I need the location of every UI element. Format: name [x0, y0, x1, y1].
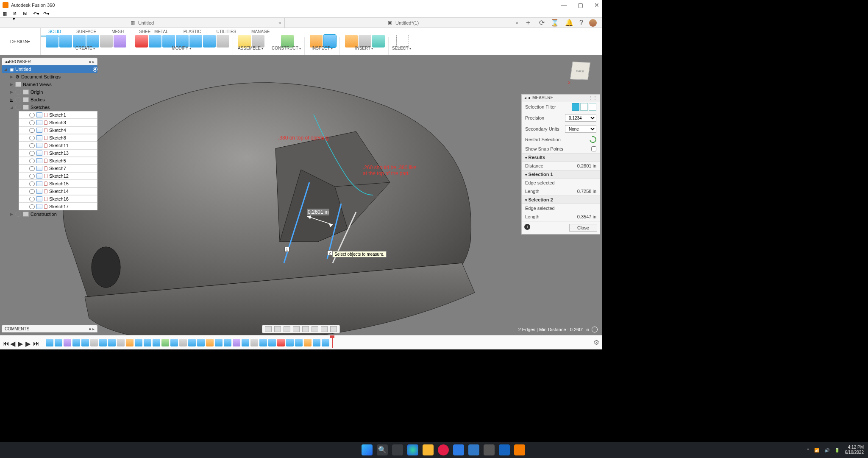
filter-body-button[interactable] — [580, 103, 588, 111]
edge-icon[interactable] — [407, 444, 418, 455]
browser-sketch-item[interactable]: Sketch3 — [19, 119, 97, 126]
task-view-button[interactable] — [392, 444, 403, 455]
create-menu[interactable]: CREATE — [75, 46, 95, 50]
combine-button[interactable] — [203, 35, 216, 47]
show-snap-points-checkbox[interactable] — [591, 146, 596, 151]
window-minimize-button[interactable]: — — [561, 2, 567, 8]
visibility-icon[interactable] — [29, 113, 35, 117]
browser-sketch-item[interactable]: Sketch15 — [19, 180, 97, 187]
redo-icon[interactable]: ↷▾ — [43, 11, 49, 17]
timeline-feature[interactable] — [286, 339, 294, 346]
visibility-icon[interactable] — [15, 97, 21, 102]
timeline-marker[interactable] — [332, 337, 333, 348]
workspace-switcher[interactable]: DESIGN — [0, 28, 41, 55]
create-sketch-button[interactable] — [46, 35, 58, 47]
visibility-icon[interactable] — [29, 182, 35, 186]
browser-collapse-icon[interactable]: ◂◂ — [5, 59, 9, 64]
start-button[interactable] — [362, 444, 373, 455]
timeline-feature[interactable] — [90, 339, 98, 346]
look-at-icon[interactable] — [274, 326, 281, 332]
window-close-button[interactable]: ✕ — [594, 2, 599, 8]
visibility-icon[interactable] — [29, 204, 35, 209]
new-tab-button[interactable]: ＋ — [522, 18, 534, 28]
status-orbit-icon[interactable] — [592, 327, 598, 332]
timeline-feature[interactable] — [135, 339, 142, 346]
timeline-play-button[interactable]: ▶ — [18, 340, 24, 346]
browser-sketch-item[interactable]: Sketch11 — [19, 142, 97, 149]
sweep-button[interactable] — [100, 35, 113, 47]
view-cube-face[interactable]: BACK — [570, 61, 590, 80]
visibility-icon[interactable] — [29, 159, 35, 163]
panel-grip-icon[interactable]: ⋮⋮ — [589, 95, 597, 100]
timeline-feature[interactable] — [215, 339, 223, 346]
visibility-icon[interactable] — [29, 197, 35, 201]
browser-settings-icon[interactable]: ● ▸ — [89, 59, 95, 64]
grid-settings-icon[interactable] — [321, 326, 328, 332]
timeline-feature[interactable] — [117, 339, 125, 346]
browser-sketch-item[interactable]: Sketch13 — [19, 149, 97, 157]
assemble-menu[interactable]: ASSEMBLE — [238, 46, 263, 50]
document-tab-1[interactable]: ▥ Untitled × — [0, 18, 285, 28]
timeline-feature[interactable] — [322, 339, 329, 346]
precision-select[interactable]: 0.1234 — [565, 114, 596, 122]
browser-document-settings[interactable]: ▶⚙Document Settings — [2, 73, 97, 81]
browser-bodies[interactable]: ▶Bodies — [2, 96, 97, 103]
search-button[interactable]: 🔍 — [377, 444, 388, 455]
timeline-feature[interactable] — [144, 339, 151, 346]
insert-menu[interactable]: INSERT — [355, 46, 373, 50]
timeline-end-button[interactable]: ⏭ — [33, 340, 39, 346]
filter-face-edge-vertex-button[interactable] — [572, 103, 579, 111]
browser-sketch-item[interactable]: Sketch8 — [19, 134, 97, 142]
browser-sketch-item[interactable]: Sketch12 — [19, 172, 97, 180]
display-settings-icon[interactable] — [312, 326, 318, 332]
orbit-icon[interactable] — [265, 326, 272, 332]
timeline-feature[interactable] — [55, 339, 62, 346]
browser-sketch-item[interactable]: Sketch5 — [19, 157, 97, 165]
visibility-icon[interactable] — [29, 151, 35, 156]
activate-component-icon[interactable] — [93, 67, 97, 72]
timeline-feature[interactable] — [64, 339, 71, 346]
timeline-feature[interactable] — [242, 339, 249, 346]
fusion-taskbar-icon[interactable] — [514, 444, 525, 455]
browser-sketch-item[interactable]: Sketch7 — [19, 165, 97, 172]
timeline-start-button[interactable]: ⏮ — [3, 340, 8, 346]
timeline-feature[interactable] — [250, 339, 258, 346]
panel-back-icon[interactable]: ◂ — [524, 95, 526, 100]
browser-named-views[interactable]: ▶Named Views — [2, 81, 97, 88]
timeline-next-button[interactable]: ▶ — [25, 340, 31, 346]
undo-icon[interactable]: ↶▾ — [33, 11, 39, 17]
timeline-feature[interactable] — [99, 339, 107, 346]
browser-header[interactable]: ◂◂ BROWSER ● ▸ — [2, 58, 97, 65]
timeline-settings-icon[interactable]: ⚙ — [593, 338, 599, 346]
browser-sketch-item[interactable]: Sketch14 — [19, 187, 97, 195]
shell-button[interactable] — [189, 35, 202, 47]
comments-panel[interactable]: COMMENTS ● ▸ — [2, 325, 97, 332]
view-cube[interactable]: BACK X — [568, 59, 593, 85]
window-maximize-button[interactable]: ▢ — [578, 2, 583, 8]
timeline-feature[interactable] — [277, 339, 285, 346]
measure-header[interactable]: ◂ ● MEASURE ⋮⋮ — [522, 95, 600, 101]
tray-chevron-icon[interactable]: ˄ — [807, 448, 809, 452]
timeline-feature[interactable] — [197, 339, 205, 346]
timeline-prev-button[interactable]: ◀ — [10, 340, 16, 346]
info-icon[interactable]: i — [524, 224, 530, 230]
browser-sketch-item[interactable]: Sketch4 — [19, 126, 97, 134]
file-explorer-icon[interactable] — [423, 444, 434, 455]
secondary-units-select[interactable]: None — [565, 125, 596, 133]
system-clock[interactable]: 4:12 PM 6/10/2022 — [845, 445, 864, 455]
timeline-feature[interactable] — [268, 339, 276, 346]
timeline-feature[interactable] — [224, 339, 231, 346]
notifications-icon[interactable]: 🔔 — [565, 19, 573, 27]
browser-origin[interactable]: ▶Origin — [2, 88, 97, 96]
vscode-icon[interactable] — [453, 444, 464, 455]
timeline-feature[interactable] — [126, 339, 134, 346]
timeline-feature[interactable] — [81, 339, 89, 346]
pan-icon[interactable] — [284, 326, 290, 332]
browser-sketch-item[interactable]: Sketch17 — [19, 203, 97, 210]
timeline-feature[interactable] — [259, 339, 267, 346]
timeline-feature[interactable] — [108, 339, 116, 346]
data-panel-icon[interactable]: ▦ — [3, 11, 8, 17]
timeline-feature[interactable] — [161, 339, 169, 346]
selection-2-header[interactable]: Selection 2 — [522, 195, 600, 204]
visibility-icon[interactable] — [29, 174, 35, 179]
